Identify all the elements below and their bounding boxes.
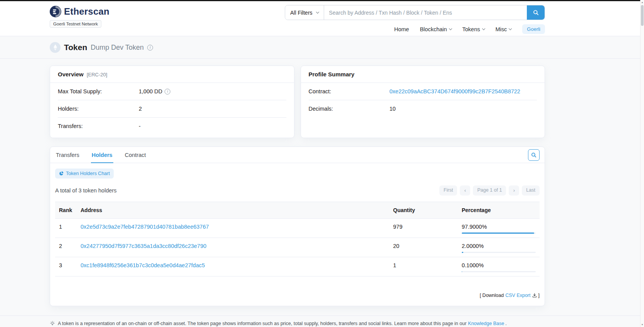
pagination-current: Page 1 of 1 [473, 185, 506, 196]
percentage-bar-track [462, 271, 536, 272]
profile-summary-card: Profile Summary Contract: 0xe22c09aAcBC3… [301, 66, 545, 138]
tab-bar: Transfers Holders Contract [50, 147, 545, 163]
profile-card-header: Profile Summary [301, 66, 545, 83]
search-icon [533, 10, 539, 15]
etherscan-logo-icon [50, 6, 61, 17]
search-button[interactable] [527, 5, 545, 20]
knowledge-base-link[interactable]: Knowledge Base [468, 321, 504, 326]
chevron-down-icon [316, 10, 319, 13]
overview-title: Overview [58, 71, 84, 78]
search-filter-label: All Filters [290, 10, 313, 16]
scrollbar-down-arrow[interactable]: ▼ [641, 322, 644, 327]
brand-name[interactable]: Etherscan [64, 6, 109, 17]
search-filter-dropdown[interactable]: All Filters [285, 5, 324, 20]
download-icon [532, 293, 537, 298]
holder-quantity: 1 [389, 257, 458, 276]
holder-address-link[interactable]: 0x24277950d7f5977c3635a1da3cc80df26c23e7… [81, 243, 207, 249]
erc20-tag: [ERC-20] [87, 72, 107, 78]
site-header: Etherscan Goerli Testnet Network All Fil… [0, 1, 644, 36]
nav-item-misc[interactable]: Misc [496, 26, 512, 32]
vertical-scrollbar: ▲ ▼ [640, 0, 644, 327]
holders-panel: Transfers Holders Contract Token Holders… [50, 147, 545, 306]
scrollbar-up-arrow[interactable]: ▲ [641, 0, 644, 5]
nav-item-blockchain[interactable]: Blockchain [420, 26, 451, 32]
pagination: First ‹ Page 1 of 1 › Last [439, 185, 540, 196]
table-header-row: Rank Address Quantity Percentage [55, 202, 540, 219]
main-content: Overview [ERC-20] Max Total Supply: 1,00… [50, 66, 545, 306]
pie-chart-icon [59, 171, 64, 176]
holders-value: 2 [139, 106, 142, 112]
transfers-value: - [139, 123, 141, 129]
token-holders-chart-button[interactable]: Token Holders Chart [55, 169, 114, 179]
pagination-prev-button[interactable]: ‹ [460, 185, 470, 196]
page-title: Token [64, 43, 87, 52]
holder-rank: 1 [55, 219, 77, 238]
nav-item-tokens[interactable]: Tokens [462, 26, 485, 32]
nav-network-switcher[interactable]: Goerli [522, 24, 545, 34]
pagination-last-button[interactable]: Last [522, 185, 540, 196]
chevron-down-icon [482, 27, 485, 30]
scrollbar-thumb[interactable] [641, 5, 644, 26]
holders-total-text: A total of 3 token holders [55, 187, 117, 194]
percentage-bar-fill [462, 233, 534, 234]
holder-quantity: 979 [389, 219, 458, 238]
tab-holders[interactable]: Holders [91, 147, 113, 163]
holders-table: Rank Address Quantity Percentage 1 0x2e5… [55, 202, 540, 276]
table-search-button[interactable] [528, 149, 540, 161]
table-row: 1 0x2e5d73c9a2e7feb47287901d40781bab8ee6… [55, 219, 540, 238]
header-right: All Filters Home Blockchain [285, 5, 545, 34]
holder-address-link[interactable]: 0xc1fe8948f6256e361b7c3c0dea5e0d4ae27fda… [81, 262, 205, 268]
chevron-down-icon [449, 27, 452, 30]
profile-title: Profile Summary [309, 71, 355, 78]
max-total-supply-value: 1,000 DD [139, 88, 162, 94]
token-info-icon[interactable]: i [147, 45, 153, 51]
overview-card-header: Overview [ERC-20] [50, 66, 294, 83]
table-row: 2 0x24277950d7f5977c3635a1da3cc80df26c23… [55, 238, 540, 257]
decimals-label: Decimals: [309, 106, 390, 112]
transfers-count-row: Transfers: - [58, 118, 286, 135]
column-header-rank: Rank [55, 202, 77, 219]
chevron-down-icon [509, 27, 512, 30]
decimals-row: Decimals: 10 [309, 100, 537, 117]
percentage-bar-track [462, 233, 536, 234]
contract-address-link[interactable]: 0xe22c09aAcBC374D674f9000f99c2B7F2540B87… [390, 88, 520, 94]
tab-transfers[interactable]: Transfers [55, 147, 80, 163]
csv-export-line: [ Download CSV Export ] [55, 293, 540, 298]
chevron-right-icon: › [513, 187, 515, 193]
holders-label: Holders: [58, 106, 139, 112]
brand-block: Etherscan Goerli Testnet Network [50, 6, 109, 28]
holder-percentage: 2.0000% [458, 238, 540, 257]
percentage-bar-track [462, 252, 536, 253]
main-nav: Home Blockchain Tokens Misc Goerli [285, 24, 545, 34]
decimals-value: 10 [390, 106, 396, 112]
page-title-bar: Token Dump Dev Token i [0, 36, 644, 59]
ethereum-diamond-icon [53, 44, 57, 51]
holder-address-link[interactable]: 0x2e5d73c9a2e7feb47287901d40781bab8ee637… [81, 224, 209, 230]
search-icon [531, 152, 536, 158]
column-header-address: Address [77, 202, 389, 219]
pagination-first-button[interactable]: First [439, 185, 457, 196]
footer-description: A token is a representation of an on-cha… [58, 321, 466, 326]
table-row: 3 0xc1fe8948f6256e361b7c3c0dea5e0d4ae27f… [55, 257, 540, 276]
download-prefix: [ Download [480, 293, 504, 298]
csv-export-link[interactable]: CSV Export [505, 293, 530, 298]
contract-label: Contract: [309, 88, 390, 94]
chevron-left-icon: ‹ [464, 187, 466, 193]
holders-count-row: Holders: 2 [58, 100, 286, 118]
holder-quantity: 20 [389, 238, 458, 257]
network-badge: Goerli Testnet Network [50, 20, 101, 28]
holder-rank: 2 [55, 238, 77, 257]
search-input[interactable] [324, 5, 527, 20]
token-avatar [50, 42, 61, 53]
max-total-supply-label: Max Total Supply: [58, 88, 139, 94]
nav-item-home[interactable]: Home [394, 26, 409, 32]
contract-row: Contract: 0xe22c09aAcBC374D674f9000f99c2… [309, 83, 537, 100]
tab-contract[interactable]: Contract [124, 147, 147, 163]
overview-card: Overview [ERC-20] Max Total Supply: 1,00… [50, 66, 294, 138]
supply-info-icon[interactable]: i [165, 89, 170, 94]
search-bar: All Filters [285, 5, 545, 20]
column-header-quantity: Quantity [389, 202, 458, 219]
pagination-next-button[interactable]: › [509, 185, 519, 196]
holder-percentage: 0.1000% [458, 257, 540, 276]
lightbulb-icon [50, 321, 55, 326]
